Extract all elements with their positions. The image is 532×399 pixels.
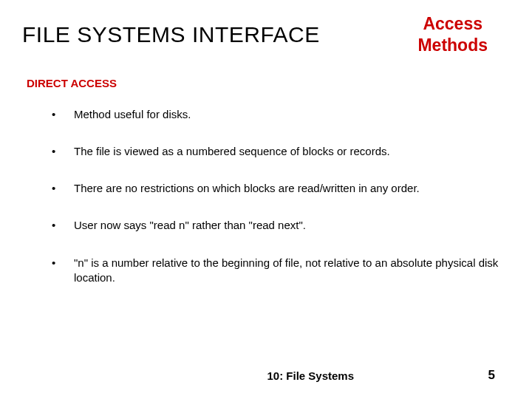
subtitle-line2: Methods — [417, 35, 488, 55]
slide-footer: 10: File Systems 5 — [0, 368, 532, 383]
subtitle: Access Methods — [417, 13, 510, 56]
bullet-item: There are no restrictions on which block… — [52, 181, 510, 196]
bullet-list: Method useful for disks. The file is vie… — [22, 107, 510, 286]
footer-title: 10: File Systems — [134, 369, 354, 382]
bullet-item: User now says "read n" rather than "read… — [52, 218, 510, 233]
subtitle-line1: Access — [423, 14, 482, 33]
section-heading: DIRECT ACCESS — [27, 77, 510, 89]
bullet-item: The file is viewed as a numbered sequenc… — [52, 144, 510, 159]
bullet-item: Method useful for disks. — [52, 107, 510, 122]
main-title: FILE SYSTEMS INTERFACE — [22, 22, 320, 47]
slide-header: FILE SYSTEMS INTERFACE Access Methods — [22, 13, 510, 56]
bullet-item: "n" is a number relative to the beginnin… — [52, 256, 510, 286]
page-number: 5 — [488, 368, 495, 383]
